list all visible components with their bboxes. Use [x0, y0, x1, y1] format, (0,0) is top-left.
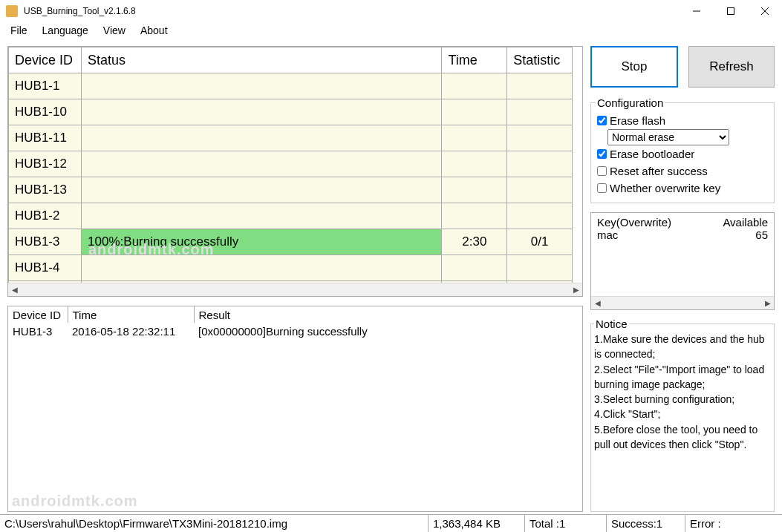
table-row[interactable]: HUB1-2 [9, 203, 573, 229]
maximize-button[interactable] [714, 0, 748, 22]
status-size: 1,363,484 KB [429, 515, 525, 532]
log-col-result[interactable]: Result [194, 306, 582, 323]
key-box: Key(Overwrite)Available mac65 ◀ ▶ [590, 212, 775, 310]
erase-mode-select[interactable]: Normal erase [607, 129, 729, 145]
refresh-button[interactable]: Refresh [688, 46, 775, 88]
key-header-available: Available [723, 216, 768, 229]
log-table: Device ID Time Result HUB1-32016-05-18 2… [7, 306, 583, 512]
notice-group: Notice 1.Make sure the devices and the h… [590, 318, 775, 512]
minimize-button[interactable] [680, 0, 714, 22]
scroll-right-icon[interactable]: ▶ [570, 283, 582, 296]
log-col-device-id[interactable]: Device ID [8, 306, 68, 323]
col-device-id[interactable]: Device ID [9, 47, 82, 73]
col-time[interactable]: Time [442, 47, 507, 73]
erase-flash-option[interactable]: Erase flash [596, 112, 769, 129]
table-row[interactable]: HUB1-13 [9, 177, 573, 203]
key-name: mac [597, 229, 755, 241]
menu-view[interactable]: View [96, 23, 133, 38]
key-value: 65 [755, 229, 768, 241]
device-table: Device ID Status Time Statistic HUB1-1HU… [7, 46, 583, 297]
app-icon [6, 5, 18, 17]
status-total: Total :1 [525, 515, 607, 532]
overwrite-key-option[interactable]: Whether overwrite key [596, 180, 769, 197]
scroll-left-icon[interactable]: ◀ [8, 283, 21, 296]
table-row[interactable]: HUB1-4 [9, 255, 573, 281]
device-table-header: Device ID Status Time Statistic [9, 47, 573, 73]
notice-legend: Notice [594, 318, 629, 330]
configuration-legend: Configuration [596, 96, 665, 109]
overwrite-key-checkbox[interactable] [597, 183, 607, 193]
scroll-left-icon[interactable]: ◀ [591, 297, 604, 309]
status-error: Error : [685, 515, 726, 532]
erase-bootloader-option[interactable]: Erase bootloader [596, 145, 769, 162]
table-row[interactable]: HUB1-3100%:Burning successfully2:300/1 [9, 229, 573, 255]
stop-button[interactable]: Stop [590, 46, 678, 88]
key-header-key: Key(Overwrite) [597, 216, 723, 229]
keybox-scrollbar[interactable]: ◀ ▶ [591, 296, 774, 309]
scroll-right-icon[interactable]: ▶ [761, 297, 774, 309]
reset-after-option[interactable]: Reset after success [596, 162, 769, 180]
erase-bootloader-checkbox[interactable] [597, 149, 607, 159]
menu-about[interactable]: About [133, 23, 175, 38]
col-statistic[interactable]: Statistic [507, 47, 573, 73]
log-row[interactable]: HUB1-32016-05-18 22:32:11[0x00000000]Bur… [8, 323, 582, 339]
titlebar: USB_Burning_Tool_v2.1.6.8 [0, 0, 782, 22]
log-header: Device ID Time Result [8, 306, 582, 323]
table-row[interactable]: HUB1-12 [9, 151, 573, 177]
table-row[interactable]: HUB1-11 [9, 125, 573, 151]
col-status[interactable]: Status [82, 47, 442, 73]
log-col-time[interactable]: Time [68, 306, 194, 323]
statusbar: C:\Users\rahul\Desktop\Firmware\TX3Mini-… [0, 514, 782, 532]
status-success: Success:1 [607, 515, 685, 532]
table-row[interactable]: HUB1-10 [9, 99, 573, 125]
close-button[interactable] [748, 0, 782, 22]
configuration-group: Configuration Erase flash Normal erase E… [590, 96, 775, 203]
notice-body: 1.Make sure the devices and the hub is c… [594, 332, 771, 452]
erase-flash-checkbox[interactable] [597, 116, 607, 125]
horizontal-scrollbar[interactable]: ◀ ▶ [8, 283, 582, 296]
window-title: USB_Burning_Tool_v2.1.6.8 [24, 6, 136, 16]
reset-after-checkbox[interactable] [597, 166, 607, 176]
menubar: File Language View About [0, 22, 782, 39]
status-path: C:\Users\rahul\Desktop\Firmware\TX3Mini-… [0, 515, 429, 532]
svg-rect-1 [728, 8, 734, 15]
menu-file[interactable]: File [3, 23, 35, 38]
table-row[interactable]: HUB1-1 [9, 73, 573, 99]
menu-language[interactable]: Language [35, 23, 96, 38]
